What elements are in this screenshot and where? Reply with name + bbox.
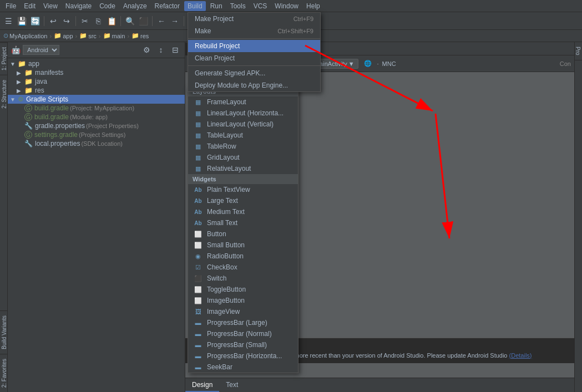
palette-item-medium-text[interactable]: AbMedium Text (188, 206, 298, 217)
toolbar-menu-btn[interactable]: ☰ (2, 15, 14, 27)
toolbar-sep-3 (120, 16, 121, 26)
build-menu-make[interactable]: Make Ctrl+Shift+F9 (188, 25, 320, 37)
toolbar-save-btn[interactable]: 💾 (16, 15, 28, 27)
toolbar-forward-btn[interactable]: → (169, 15, 181, 27)
palette-item-seekbar[interactable]: ▬SeekBar (188, 362, 298, 373)
toolbar-sep-2 (75, 16, 76, 26)
panel-sort-btn[interactable]: ↕ (155, 44, 167, 56)
tree-item-gradle-properties[interactable]: 🔧 gradle.properties (Project Properties) (8, 121, 185, 130)
right-tab-pro[interactable]: Pro (575, 42, 582, 60)
palette-item-progressbar-normal[interactable]: ▬ProgressBar (Normal) (188, 328, 298, 339)
sidebar-tab-project[interactable]: 1: Project (0, 42, 7, 75)
tab-text[interactable]: Text (219, 379, 245, 392)
project-tree: ▼ 📁 app ▶ 📁 manifests ▶ 📁 java ▶ 📁 res (8, 58, 185, 392)
breadcrumb-res[interactable]: 📁 res (131, 32, 149, 39)
tree-item-settings-gradle[interactable]: G settings.gradle (Project Settings) (8, 130, 185, 139)
breadcrumb-module[interactable]: 📁 app (54, 32, 73, 39)
toolbar-sync-btn[interactable]: 🔄 (29, 15, 41, 27)
build-menu-generate-apk[interactable]: Generate Signed APK... (188, 67, 320, 79)
toolbar-copy-btn[interactable]: ⎘ (92, 15, 104, 27)
breadcrumb-app[interactable]: ⊙ MyApplication (3, 32, 47, 39)
palette-item-progressbar-large[interactable]: ▬ProgressBar (Large) (188, 317, 298, 328)
build-menu-deploy[interactable]: Deploy Module to App Engine... (188, 79, 320, 91)
palette-item-large-text[interactable]: AbLarge Text (188, 195, 298, 206)
toolbar-paste-btn[interactable]: 📋 (105, 15, 118, 27)
project-panel-header: 🤖 Android Project ⚙ ↕ ⊟ (8, 42, 185, 58)
menu-vcs[interactable]: VCS (250, 1, 271, 11)
bottom-tabs: Design Text (185, 378, 574, 392)
build-menu-make-project[interactable]: Make Project Ctrl+F9 (188, 13, 320, 25)
build-menu-sep-1 (188, 38, 320, 39)
palette-item-linearlayout-v[interactable]: ▦LinearLayout (Vertical) (188, 119, 298, 130)
menu-code[interactable]: Code (96, 1, 119, 11)
breadcrumb-main[interactable]: 📁 main (103, 32, 125, 39)
palette-section-widgets: Widgets (188, 174, 298, 184)
panel-collapse-btn[interactable]: ⊟ (169, 44, 181, 56)
toolbar-cut-btn[interactable]: ✂ (79, 15, 91, 27)
palette-item-linearlayout-h[interactable]: ▦LinearLayout (Horizonta... (188, 108, 298, 119)
palette-item-gridlayout[interactable]: ▦GridLayout (188, 152, 298, 163)
sidebar-tab-favorites[interactable]: 2: Favorites (0, 354, 7, 392)
right-sidebar: Pro (574, 42, 582, 392)
tree-item-java[interactable]: ▶ 📁 java (8, 77, 185, 86)
palette-item-togglebutton[interactable]: ⬜ToggleButton (188, 284, 298, 295)
sidebar-tab-structure[interactable]: 2: Structure (0, 75, 7, 113)
breadcrumb-src[interactable]: 📁 src (79, 32, 97, 39)
tree-item-app[interactable]: ▼ 📁 app (8, 59, 185, 68)
palette-item-progressbar-horiz[interactable]: ▬ProgressBar (Horizonta... (188, 350, 298, 362)
rendering-problems-link[interactable]: (Details) (509, 352, 532, 359)
palette-item-small-button[interactable]: ⬜Small Button (188, 240, 298, 251)
panel-settings-btn[interactable]: ⚙ (140, 44, 153, 56)
menu-tools[interactable]: Tools (227, 1, 249, 11)
menu-build[interactable]: Build (184, 1, 206, 11)
toolbar-replace-btn[interactable]: ⬛ (137, 15, 149, 27)
toolbar-sep-5 (184, 16, 184, 26)
menu-edit[interactable]: Edit (21, 1, 39, 11)
tree-item-build-gradle-module[interactable]: G build.gradle (Module: app) (8, 113, 185, 121)
palette-item-button[interactable]: ⬜Button (188, 228, 298, 240)
build-menu[interactable]: Make Project Ctrl+F9 Make Ctrl+Shift+F9 … (188, 12, 321, 92)
sidebar-tab-build-variants[interactable]: Build Variants (0, 310, 7, 354)
menu-window[interactable]: Window (271, 1, 302, 11)
toolbar-back-btn[interactable]: ← (155, 15, 168, 27)
project-view-selector[interactable]: Android Project (23, 45, 59, 55)
palette-item-progressbar-small[interactable]: ▬ProgressBar (Small) (188, 339, 298, 350)
menu-navigate[interactable]: Navigate (62, 1, 95, 11)
palette-item-switch[interactable]: ⬛Switch (188, 273, 298, 284)
palette-item-imageview[interactable]: 🖼ImageView (188, 306, 298, 317)
toolbar-redo-btn[interactable]: ↪ (60, 15, 73, 27)
palette-item-tablelayout[interactable]: ▦TableLayout (188, 130, 298, 141)
build-menu-sep-2 (188, 65, 320, 66)
tree-item-manifests[interactable]: ▶ 📁 manifests (8, 68, 185, 77)
menu-help[interactable]: Help (303, 1, 323, 11)
build-menu-rebuild[interactable]: Rebuild Project (188, 40, 320, 52)
left-sidebar-tabs: 1: Project 2: Structure Build Variants 2… (0, 42, 8, 392)
menu-bar: File Edit View Navigate Code Analyze Ref… (0, 0, 582, 12)
tree-item-local-properties[interactable]: 🔧 local.properties (SDK Location) (8, 139, 185, 148)
tab-design[interactable]: Design (185, 379, 219, 392)
menu-run[interactable]: Run (207, 1, 226, 11)
toolbar-sep-1 (44, 16, 44, 26)
menu-view[interactable]: View (40, 1, 61, 11)
palette-item-tablerow[interactable]: ▦TableRow (188, 141, 298, 152)
palette-item-checkbox[interactable]: ☑CheckBox (188, 262, 298, 273)
tree-item-gradle-scripts[interactable]: ▼ ⚙ Gradle Scripts (8, 95, 185, 104)
toolbar-sep-4 (152, 16, 153, 26)
toolbar-undo-btn[interactable]: ↩ (47, 15, 59, 27)
palette-item-radiobutton[interactable]: ◉RadioButton (188, 251, 298, 262)
menu-file[interactable]: File (2, 1, 19, 11)
android-icon: 🤖 (11, 45, 21, 54)
project-panel: 🤖 Android Project ⚙ ↕ ⊟ ▼ 📁 app ▶ 📁 mani… (8, 42, 185, 392)
palette-item-small-text[interactable]: AbSmall Text (188, 217, 298, 228)
palette-item-framelayout[interactable]: ▦FrameLayout (188, 96, 298, 108)
palette-menu[interactable]: Layouts ▦FrameLayout ▦LinearLayout (Hori… (188, 86, 298, 373)
menu-analyze[interactable]: Analyze (120, 1, 150, 11)
tree-item-res[interactable]: ▶ 📁 res (8, 86, 185, 95)
menu-refactor[interactable]: Refactor (151, 1, 183, 11)
palette-item-relativelayout[interactable]: ▦RelativeLayout (188, 163, 298, 174)
palette-item-plain-textview[interactable]: AbPlain TextView (188, 184, 298, 195)
tree-item-build-gradle-project[interactable]: G build.gradle (Project: MyApplication) (8, 104, 185, 113)
build-menu-clean[interactable]: Clean Project (188, 52, 320, 64)
toolbar-find-btn[interactable]: 🔍 (124, 15, 136, 27)
palette-item-imagebutton[interactable]: ⬜ImageButton (188, 295, 298, 306)
